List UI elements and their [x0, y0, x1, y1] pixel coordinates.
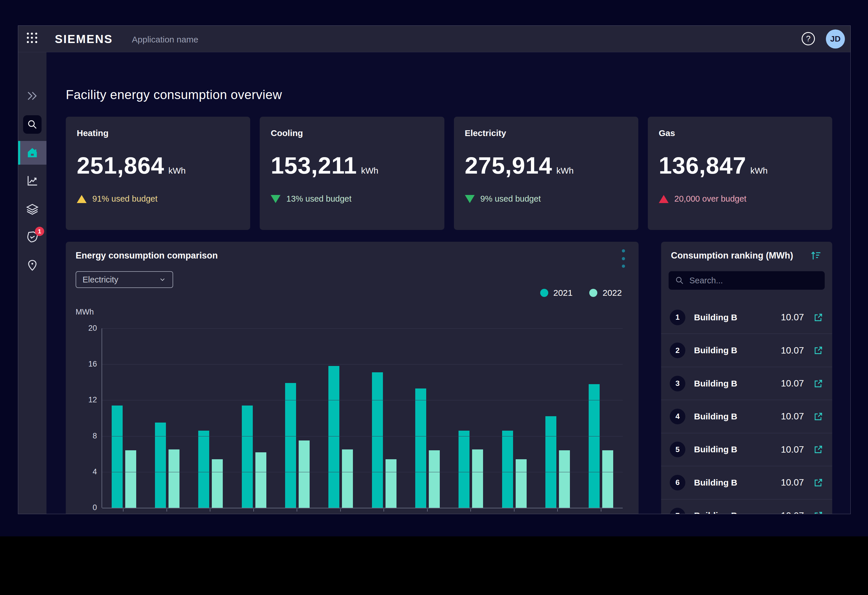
rank-number-badge: 7	[670, 508, 685, 514]
sidebar-item-layers[interactable]	[18, 197, 46, 221]
bar-2021-dec	[589, 384, 599, 508]
rank-number-badge: 5	[670, 442, 685, 457]
bar-2022-nov	[559, 450, 570, 508]
legend-label: 2021	[554, 288, 573, 298]
home-icon	[26, 147, 39, 159]
bar-group-dec	[579, 329, 623, 508]
x-axis-tick	[601, 509, 601, 512]
external-link-icon[interactable]	[813, 411, 824, 422]
external-link-icon[interactable]	[813, 312, 824, 323]
kpi-unit: kWh	[168, 166, 186, 176]
kpi-label: Cooling	[271, 128, 433, 138]
rank-number-badge: 4	[670, 409, 685, 424]
ranking-row: 3Building B10.07	[661, 367, 832, 400]
external-link-icon[interactable]	[813, 378, 824, 389]
external-link-icon[interactable]	[813, 444, 824, 454]
sidebar-item-collapse[interactable]	[18, 84, 46, 108]
gridline	[102, 472, 623, 472]
kpi-value: 275,914	[465, 152, 552, 179]
location-pin-icon	[26, 259, 39, 271]
x-axis-label-slot: Jan	[102, 509, 145, 514]
building-name: Building B	[694, 511, 737, 514]
app-launcher-grid-icon[interactable]	[27, 33, 37, 43]
siemens-logo: SIEMENS	[55, 33, 113, 46]
energy-type-dropdown[interactable]: Electricity	[75, 271, 173, 288]
ranking-row: 4Building B10.07	[661, 400, 832, 433]
bar-2021-jul	[372, 372, 383, 508]
sidebar-item-search[interactable]	[18, 112, 46, 136]
building-name: Building B	[694, 312, 737, 322]
main-content: Facility energy consumption overview Hea…	[46, 52, 851, 514]
x-axis-tick	[210, 509, 210, 512]
trend-up-triangle-icon	[659, 195, 669, 203]
legend-dot-icon	[540, 289, 548, 297]
x-axis-labels: JanFebMarAprMayJunJulAugSepOctNovDec	[102, 509, 623, 514]
gridline	[102, 400, 623, 400]
kpi-card-heating: Heating251,864kWh91% used budget	[66, 117, 250, 230]
kpi-value: 251,864	[77, 152, 164, 179]
user-avatar[interactable]: JD	[826, 30, 845, 49]
sidebar-item-analytics[interactable]	[18, 169, 46, 192]
sidebar-item-compliance[interactable]: 1	[18, 225, 46, 249]
x-axis-label-slot: Jun	[319, 509, 362, 514]
bar-2021-mar	[198, 431, 209, 508]
building-name: Building B	[694, 379, 737, 388]
x-axis-label-slot: Nov	[536, 509, 579, 514]
ranking-rows: 1Building B10.072Building B10.073Buildin…	[661, 301, 832, 514]
ranking-row: 5Building B10.07	[661, 433, 832, 466]
bar-2022-may	[299, 441, 310, 508]
kebab-menu-icon[interactable]	[621, 249, 625, 268]
bar-group-apr	[232, 329, 276, 508]
app-header: SIEMENS Application name ? JD	[18, 26, 850, 52]
bar-group-jun	[319, 329, 362, 508]
bar-2022-feb	[168, 450, 180, 508]
consumption-value: 10.07	[781, 345, 804, 356]
bar-2021-sep	[459, 431, 469, 508]
app-window: SIEMENS Application name ? JD	[18, 25, 851, 514]
consumption-value: 10.07	[781, 312, 804, 323]
x-axis-tick	[427, 509, 428, 512]
x-axis-tick	[557, 509, 558, 512]
x-axis-label-slot: Dec	[579, 509, 623, 514]
x-axis-tick	[514, 509, 515, 512]
bar-2022-dec	[602, 450, 613, 508]
legend-item-2022[interactable]: 2022	[589, 288, 622, 298]
search-input[interactable]	[689, 276, 818, 286]
double-chevron-right-icon	[26, 91, 39, 101]
external-link-icon[interactable]	[813, 345, 824, 355]
building-name: Building B	[694, 411, 737, 422]
x-axis-label-slot: May	[275, 509, 319, 514]
legend-item-2021[interactable]: 2021	[540, 288, 573, 298]
page-title: Facility energy consumption overview	[66, 87, 282, 102]
x-axis-label-slot: Apr	[232, 509, 276, 514]
bar-group-oct	[493, 329, 536, 508]
external-link-icon[interactable]	[813, 511, 824, 514]
x-axis-tick	[297, 509, 297, 512]
sort-ascending-icon[interactable]	[810, 250, 822, 262]
bar-2022-aug	[429, 450, 440, 508]
bar-2022-jul	[385, 459, 397, 508]
application-name: Application name	[132, 35, 198, 44]
rank-number-badge: 3	[670, 376, 685, 391]
consumption-value: 10.07	[781, 411, 804, 422]
ranking-row: 6Building B10.07	[661, 466, 832, 499]
x-axis-tick	[340, 509, 341, 512]
sidebar-item-home[interactable]	[18, 141, 46, 165]
bar-group-mar	[189, 329, 232, 508]
y-axis-tick-label: 4	[72, 467, 97, 476]
rank-number-badge: 1	[670, 309, 685, 325]
sidebar-item-locations[interactable]	[18, 253, 46, 277]
chart-plot-area	[102, 329, 623, 508]
ranking-search-box	[669, 271, 825, 290]
desktop-background: SIEMENS Application name ? JD	[0, 0, 868, 536]
rank-number-badge: 6	[670, 475, 685, 490]
line-chart-icon	[26, 174, 39, 187]
help-icon[interactable]: ?	[802, 32, 815, 45]
chevron-down-icon	[159, 276, 166, 283]
kpi-unit: kWh	[750, 166, 768, 176]
y-axis-tick-label: 20	[72, 324, 97, 333]
bar-group-feb	[145, 329, 189, 508]
bar-group-may	[276, 329, 319, 508]
external-link-icon[interactable]	[813, 477, 824, 488]
bar-2021-nov	[545, 416, 557, 508]
